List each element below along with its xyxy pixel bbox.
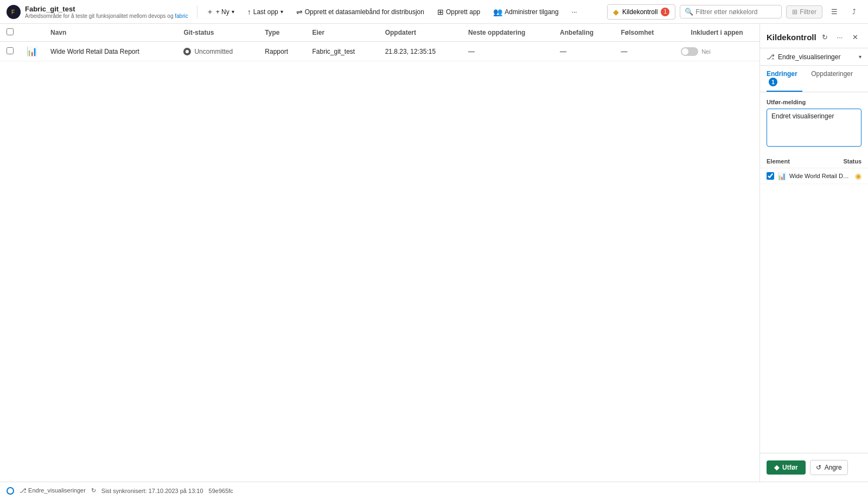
change-name: Wide World Retail Data ...	[789, 173, 852, 179]
search-icon: 🔍	[685, 8, 693, 16]
col-oppdatert: Oppdatert	[379, 24, 462, 42]
table-header-row: Navn Git-status Type Eier Oppdatert	[0, 24, 760, 42]
app-icon: ⊞	[437, 8, 444, 16]
app-subtitle: Arbeidsområde for å teste git funksjonal…	[25, 13, 188, 19]
row-owner-cell: Fabric_git_test	[305, 42, 378, 61]
share-icon: ⤴	[852, 8, 856, 16]
list-icon: ☰	[831, 8, 838, 16]
sync-icon: ↻	[91, 487, 96, 494]
refresh-button[interactable]: ↻	[818, 30, 831, 43]
change-report-icon: 📊	[777, 172, 786, 180]
top-bar: F Fabric_git_test Arbeidsområde for å te…	[0, 0, 868, 24]
changes-header: Element Status	[760, 155, 868, 168]
panel-title: Kildekontroll	[767, 33, 816, 42]
commit-textarea[interactable]: Endret visualiseringer	[767, 109, 861, 147]
row-checkbox-cell[interactable]	[0, 42, 20, 61]
create-app-button[interactable]: ⊞ Opprett app	[433, 5, 484, 18]
app-title: Fabric_git_test	[25, 5, 188, 13]
toggle-label: Nei	[701, 48, 711, 55]
status-circle	[7, 487, 14, 495]
change-item: 📊 Wide World Retail Data ... ◉	[760, 168, 868, 184]
share-button[interactable]: ⤴	[846, 4, 861, 20]
row-type-cell: Rapport	[258, 42, 305, 61]
row-git-status-cell: Uncommitted	[177, 42, 258, 61]
include-toggle[interactable]	[681, 47, 698, 56]
search-input-container[interactable]: 🔍	[680, 5, 782, 18]
branch-name: Endre_visualiseringer	[778, 53, 856, 61]
people-icon: 👥	[493, 8, 502, 16]
table-area: Navn Git-status Type Eier Oppdatert	[0, 24, 760, 482]
commit-section: Utfør-melding Endret visualiseringer	[760, 92, 868, 155]
upload-button[interactable]: ↑ Last opp ▾	[243, 5, 288, 18]
search-input[interactable]	[695, 8, 777, 16]
list-view-button[interactable]: ☰	[827, 4, 842, 20]
filter-icon: ⊞	[792, 8, 797, 16]
utfor-button[interactable]: ◆ Utfør	[767, 460, 806, 475]
diamond-icon: ◆	[613, 8, 619, 16]
change-checkbox[interactable]	[767, 172, 774, 180]
close-icon: ✕	[852, 33, 858, 41]
panel-close-button[interactable]: ✕	[848, 30, 861, 43]
change-status-icon: ◉	[855, 172, 861, 180]
branch-selector[interactable]: ⎇ Endre_visualiseringer ▾	[760, 48, 868, 66]
panel-tabs: Endringer 1 Oppdateringer	[760, 66, 868, 92]
panel-header: Kildekontroll ↻ ··· ✕	[760, 24, 868, 48]
toolbar-right: ◆ Kildekontroll 1 🔍 ⊞ Filtrer ☰ ⤴	[607, 4, 861, 20]
row-updated-cell: 21.8.23, 12:35:15	[379, 42, 462, 61]
col-folsomhet: Følsomhet	[614, 24, 674, 42]
diamond-icon: ◆	[774, 464, 779, 471]
col-git-status: Git-status	[177, 24, 258, 42]
commit-hash: 59e965fc	[209, 488, 233, 494]
changes-status-header: Status	[834, 158, 861, 165]
chevron-down-icon: ▾	[280, 9, 283, 15]
col-inkludert: Inkludert i appen	[674, 24, 760, 42]
chevron-down-icon: ▾	[859, 54, 861, 60]
new-button[interactable]: ＋ + Ny ▾	[202, 5, 239, 19]
col-type: Type	[258, 24, 305, 42]
manage-access-button[interactable]: 👥 Administrer tilgang	[489, 5, 563, 18]
table-row: 📊 Wide World Retail Data Report Uncommit…	[0, 42, 760, 61]
git-status: Uncommitted	[183, 48, 252, 55]
col-select-all[interactable]	[0, 24, 20, 42]
main-layout: Navn Git-status Type Eier Oppdatert	[0, 24, 868, 482]
panel-more-button[interactable]: ···	[833, 30, 846, 43]
filter-button[interactable]: ⊞ Filtrer	[786, 5, 822, 18]
panel-footer: ◆ Utfør ↺ Angre	[760, 453, 868, 482]
status-bar: ⎇ Endre_visualiseringer ↻ Sist synkronis…	[0, 482, 868, 499]
synced-label: Sist synkronisert: 17.10.2023 på 13:10	[101, 488, 203, 494]
row-checkbox[interactable]	[7, 47, 14, 54]
create-datastream-button[interactable]: ⇌ Opprett et datasamlebånd for distribus…	[292, 5, 429, 18]
fabric-link[interactable]: fabric	[175, 13, 188, 19]
tab-oppdateringer[interactable]: Oppdateringer	[811, 66, 853, 92]
refresh-icon: ↻	[822, 33, 828, 41]
chevron-down-icon: ▾	[232, 9, 234, 15]
changes-element-header: Element	[767, 158, 834, 165]
undo-icon: ↺	[816, 464, 821, 471]
branch-icon-small: ⎇	[20, 487, 27, 494]
kildekontroll-badge: 1	[661, 8, 669, 16]
row-sensitivity-cell: —	[614, 42, 674, 61]
col-type-icon	[20, 24, 44, 42]
upload-icon: ↑	[247, 8, 251, 16]
col-neste-oppdatering: Neste oppdatering	[462, 24, 553, 42]
app-title-block: Fabric_git_test Arbeidsområde for å test…	[25, 5, 188, 19]
toggle-container: Nei	[681, 47, 753, 56]
tab-endringer[interactable]: Endringer 1	[767, 66, 802, 92]
angre-button[interactable]: ↺ Angre	[810, 460, 848, 475]
select-all-checkbox[interactable]	[7, 28, 14, 35]
col-anbefaling: Anbefaling	[553, 24, 614, 42]
svg-text:F: F	[11, 9, 15, 15]
ellipsis-icon: ···	[837, 33, 843, 41]
more-button[interactable]: ···	[567, 6, 582, 18]
branch-icon: ⎇	[767, 53, 775, 61]
panel-header-actions: ↻ ··· ✕	[818, 30, 861, 43]
app-logo: F	[7, 5, 21, 19]
row-next-update-cell: —	[462, 42, 553, 61]
row-name-cell: Wide World Retail Data Report	[44, 42, 177, 61]
col-eier: Eier	[305, 24, 378, 42]
row-icon-cell: 📊	[20, 42, 44, 61]
tab-badge: 1	[769, 78, 777, 86]
commit-label: Utfør-melding	[767, 99, 861, 105]
row-included-cell: Nei	[674, 42, 760, 61]
kildekontroll-button[interactable]: ◆ Kildekontroll 1	[607, 4, 675, 20]
